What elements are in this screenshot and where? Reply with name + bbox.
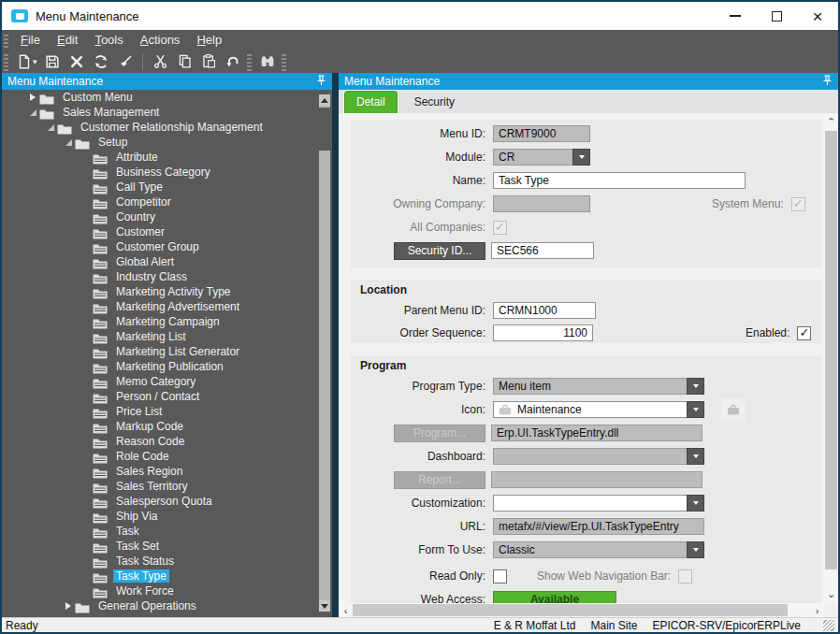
tree-item[interactable]: Task Type — [2, 569, 332, 584]
tree-item[interactable]: Task Set — [2, 539, 332, 554]
icon-select[interactable]: Maintenance — [493, 401, 704, 418]
scroll-left-icon[interactable]: ‹ — [339, 603, 353, 617]
menu-item-file[interactable]: File — [12, 31, 49, 49]
menu-item-actions[interactable]: Actions — [132, 31, 189, 49]
pin-icon[interactable] — [316, 75, 326, 89]
customization-dropdown-icon[interactable] — [687, 495, 704, 512]
tree-item[interactable]: Custom Menu — [2, 90, 332, 105]
scroll-right-icon[interactable]: › — [810, 603, 824, 617]
toolbar-grip-2[interactable] — [247, 52, 252, 71]
scroll-down-icon[interactable]: ⌄ — [824, 587, 838, 601]
tree-expander-icon[interactable] — [26, 109, 39, 116]
tree-item[interactable]: Customer — [2, 224, 332, 239]
panel-splitter[interactable] — [332, 73, 339, 617]
url-field: metafx/#/view/Erp.UI.TaskTypeEntry — [493, 518, 704, 535]
tree-item[interactable]: Salesperson Quota — [2, 494, 332, 509]
order-sequence-input[interactable] — [493, 324, 593, 341]
tab-security[interactable]: Security — [403, 92, 466, 113]
tree-scroll-up-icon[interactable] — [319, 94, 330, 106]
tree-item[interactable]: Reason Code — [2, 434, 332, 449]
close-button[interactable]: × — [797, 2, 838, 30]
horizontal-scrollbar-thumb[interactable] — [353, 604, 788, 616]
tree-item[interactable]: Attribute — [2, 150, 332, 165]
delete-button[interactable] — [65, 51, 89, 72]
toolbar-grip-3[interactable] — [282, 52, 286, 71]
tree-item[interactable]: Person / Contact — [2, 389, 332, 404]
folder-icon — [93, 511, 108, 522]
tree-expander-icon[interactable] — [44, 124, 57, 131]
tree-item[interactable]: Task — [2, 524, 332, 539]
tree-item[interactable]: Marketing Activity Type — [2, 284, 332, 299]
tree-item[interactable]: Marketing Campaign — [2, 314, 332, 329]
new-dropdown-icon[interactable]: ▾ — [33, 57, 40, 66]
tree-item[interactable]: Memo Category — [2, 374, 332, 389]
tree-item[interactable]: Marketing List Generator — [2, 344, 332, 359]
parent-menu-id-input[interactable] — [493, 302, 596, 319]
tree-item[interactable]: Role Code — [2, 449, 332, 464]
icon-dropdown-icon[interactable] — [687, 401, 704, 418]
tree-item[interactable]: Call Type — [2, 180, 332, 195]
tree-item[interactable]: Marketing List — [2, 329, 332, 344]
tree-item[interactable]: Task Status — [2, 554, 332, 569]
tree-item[interactable]: Business Category — [2, 165, 332, 180]
tree-item[interactable]: Sales Region — [2, 464, 332, 479]
pin-icon-right[interactable] — [822, 75, 833, 89]
tree-item-label: Attribute — [113, 151, 161, 164]
folder-icon — [93, 166, 108, 178]
horizontal-scrollbar[interactable]: ‹ › — [339, 603, 824, 617]
undo-button[interactable] — [221, 51, 245, 72]
name-input[interactable] — [493, 172, 746, 189]
web-access-button[interactable]: Available — [493, 591, 616, 603]
tree-item[interactable]: Customer Group — [2, 239, 332, 254]
tree-item[interactable]: Price List — [2, 404, 332, 419]
tree-item[interactable]: Marketing Publication — [2, 359, 332, 374]
cut-button[interactable] — [148, 51, 172, 72]
program-button: Program... — [394, 425, 485, 442]
tree-expander-icon[interactable] — [62, 139, 75, 146]
clear-button[interactable] — [113, 51, 138, 72]
tree-item[interactable]: General Operations — [2, 598, 332, 613]
tree-scrollbar[interactable] — [319, 94, 330, 612]
read-only-checkbox[interactable]: ✓ — [493, 569, 507, 584]
vertical-scrollbar[interactable]: ⌃ ⌄ — [824, 113, 838, 603]
find-button[interactable] — [255, 51, 280, 72]
menu-item-tools[interactable]: Tools — [86, 31, 131, 49]
minimize-button[interactable] — [715, 2, 756, 30]
tree-scrollbar-thumb[interactable] — [319, 108, 330, 151]
security-id-button[interactable]: Security ID... — [394, 242, 485, 260]
tree-expander-icon[interactable] — [62, 602, 75, 610]
vertical-scrollbar-thumb[interactable] — [825, 131, 837, 569]
customization-select[interactable] — [493, 495, 704, 512]
tree-item[interactable]: Markup Code — [2, 419, 332, 434]
resize-grip[interactable] — [823, 620, 834, 631]
tree-item[interactable]: Sales Management — [2, 105, 332, 120]
menu-item-edit[interactable]: Edit — [49, 31, 86, 49]
save-button[interactable] — [40, 51, 65, 72]
tree-item[interactable]: Global Alert — [2, 254, 332, 269]
tree-item[interactable]: Industry Class — [2, 269, 332, 284]
tree-item[interactable]: Work Force — [2, 584, 332, 598]
tree-item[interactable]: Marketing Advertisement — [2, 299, 332, 314]
scroll-up-icon[interactable]: ⌃ — [824, 115, 838, 129]
toolbar-grip[interactable] — [4, 52, 8, 71]
tree-scroll-down-icon[interactable] — [319, 600, 330, 612]
folder-icon — [93, 436, 108, 447]
tree-item[interactable]: Competitor — [2, 195, 332, 209]
owning-company-label: Owning Company: — [351, 197, 493, 210]
tab-detail[interactable]: Detail — [344, 91, 398, 113]
refresh-button[interactable] — [89, 51, 113, 72]
tree-item[interactable]: Ship Via — [2, 509, 332, 524]
tree-item[interactable]: Setup — [2, 135, 332, 150]
enabled-checkbox[interactable]: ✓ — [797, 326, 811, 340]
tree-expander-icon[interactable] — [26, 94, 39, 101]
tree-item[interactable]: Country — [2, 209, 332, 224]
tree-item[interactable]: Sales Territory — [2, 479, 332, 494]
paste-button[interactable] — [196, 51, 221, 72]
tree-item-label: General Operations — [95, 599, 199, 612]
security-id-field[interactable] — [491, 242, 594, 259]
menubar-grip[interactable] — [4, 33, 8, 48]
tree-item[interactable]: Customer Relationship Management — [2, 120, 332, 135]
menu-item-help[interactable]: Help — [188, 31, 230, 49]
copy-button[interactable] — [172, 51, 196, 72]
maximize-button[interactable] — [756, 2, 797, 30]
